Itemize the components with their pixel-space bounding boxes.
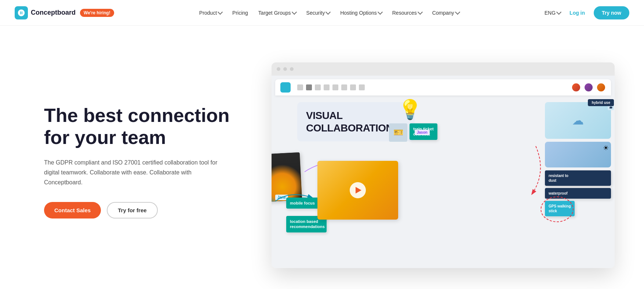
chevron-down-icon xyxy=(378,10,383,15)
video-card[interactable] xyxy=(317,161,398,220)
logo[interactable]: Conceptboard xyxy=(15,6,76,19)
train-ticket-area: 🎫 train ticketovercoat xyxy=(389,123,437,142)
chevron-down-icon xyxy=(325,10,331,15)
cloud-card: ☁ 🌧 hybrid use xyxy=(545,102,611,139)
tool-more-icon[interactable] xyxy=(359,84,365,90)
tool-pen-icon[interactable] xyxy=(315,84,321,90)
hero-section: The best connection for your team The GD… xyxy=(0,26,644,289)
mockup-browser: VISUALCOLLABORATION 💡 🎫 train ticketover… xyxy=(272,62,615,268)
hiring-badge[interactable]: We're hiring! xyxy=(80,9,114,17)
chevron-down-icon xyxy=(218,10,223,15)
login-button[interactable]: Log in xyxy=(565,7,589,19)
blue-card: ☀ xyxy=(545,142,611,167)
tool-hand-icon[interactable] xyxy=(297,84,303,90)
tool-cursor-icon[interactable] xyxy=(306,84,312,90)
cursor-label-jason: Jason xyxy=(415,130,430,135)
chevron-down-icon xyxy=(455,10,460,15)
header-right: ENG Log in Try now xyxy=(545,6,629,19)
browser-dot-max xyxy=(290,67,294,71)
language-selector[interactable]: ENG xyxy=(545,10,561,16)
cloud-icon: ☁ xyxy=(572,113,584,127)
header: Conceptboard We're hiring! Product Prici… xyxy=(0,0,644,26)
browser-dot-min xyxy=(283,67,287,71)
play-button[interactable] xyxy=(350,182,366,198)
try-for-free-button[interactable]: Try for free xyxy=(107,202,157,218)
avatar-1 xyxy=(571,83,581,92)
tool-table-icon[interactable] xyxy=(350,84,356,90)
board-canvas: VISUALCOLLABORATION 💡 🎫 train ticketover… xyxy=(275,98,611,264)
contact-sales-button[interactable]: Contact Sales xyxy=(44,202,101,218)
avatar-3 xyxy=(596,83,606,92)
nav-item-company[interactable]: Company xyxy=(428,7,464,19)
logo-text: Conceptboard xyxy=(31,9,76,17)
nav-item-hosting-options[interactable]: Hosting Options xyxy=(336,7,386,19)
browser-bar xyxy=(272,62,615,76)
hero-visual: VISUALCOLLABORATION 💡 🎫 train ticketover… xyxy=(272,55,615,268)
main-nav: Product Pricing Target Groups Security H… xyxy=(195,7,464,19)
tool-text-icon[interactable] xyxy=(341,84,347,90)
board-toolbar xyxy=(275,79,611,95)
hybrid-badge: hybrid use xyxy=(588,99,614,106)
cursor-jason: Jason xyxy=(415,130,430,135)
chevron-down-icon xyxy=(291,10,296,15)
browser-dot-close xyxy=(277,67,280,71)
sticky-waterproof: waterproof xyxy=(545,188,611,199)
nav-item-target-groups[interactable]: Target Groups xyxy=(254,7,301,19)
tool-line-icon[interactable] xyxy=(332,84,338,90)
lightbulb-icon: 💡 xyxy=(398,98,422,121)
nav-item-pricing[interactable]: Pricing xyxy=(228,7,252,19)
logo-icon xyxy=(15,6,28,19)
right-panel: ☁ 🌧 hybrid use ☀ resistant todust waterp… xyxy=(545,102,611,216)
nav-item-resources[interactable]: Resources xyxy=(388,7,426,19)
sticky-mobile-focus: mobile focus xyxy=(286,198,321,209)
header-left: Conceptboard We're hiring! xyxy=(15,6,114,19)
nav-item-product[interactable]: Product xyxy=(195,7,226,19)
sticky-gps: GPS walkingstick xyxy=(545,201,575,216)
gps-sticky-wrap: GPS walkingstick xyxy=(545,201,611,216)
board-logo xyxy=(280,82,291,93)
play-triangle-icon xyxy=(356,187,361,194)
avatar-2 xyxy=(584,83,593,92)
sun-icon: ☀ xyxy=(603,144,609,152)
ticket-icon: 🎫 xyxy=(389,123,407,142)
chevron-down-icon xyxy=(418,10,423,15)
sticky-resistant: resistant todust xyxy=(545,170,611,186)
hero-description: The GDPR compliant and ISO 27001 certifi… xyxy=(44,158,220,188)
tool-shape-icon[interactable] xyxy=(324,84,330,90)
chevron-down-icon xyxy=(556,10,561,15)
try-now-button[interactable]: Try now xyxy=(594,6,629,19)
browser-content: VISUALCOLLABORATION 💡 🎫 train ticketover… xyxy=(272,76,615,268)
hero-content: The best connection for your team The GD… xyxy=(44,105,250,218)
dashed-arrow xyxy=(499,142,543,198)
nav-item-security[interactable]: Security xyxy=(302,7,335,19)
hero-title: The best connection for your team xyxy=(44,105,250,149)
hero-buttons: Contact Sales Try for free xyxy=(44,202,250,218)
